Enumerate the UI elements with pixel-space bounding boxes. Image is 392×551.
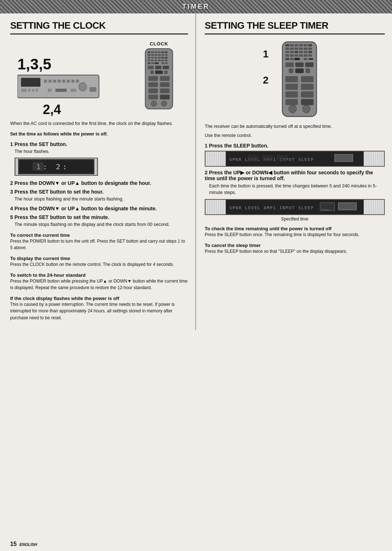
step-1-sub: The hour flashes. <box>15 148 188 155</box>
svg-rect-83 <box>290 51 294 53</box>
sleep-sub-section-cancel: To cancel the sleep timer Press the SLEE… <box>205 243 385 255</box>
svg-rect-22 <box>155 51 158 53</box>
svg-rect-62 <box>160 94 170 99</box>
svg-rect-43 <box>165 60 168 61</box>
svg-rect-2 <box>44 80 47 82</box>
sleep-step-2-title: 2 Press the UP▶ or DOWN◀ button within f… <box>205 170 385 181</box>
svg-rect-39 <box>151 60 154 61</box>
step-3: 3 Press the SET button to set the hour. … <box>10 189 188 203</box>
svg-rect-85 <box>299 51 303 53</box>
svg-rect-10 <box>21 89 26 92</box>
svg-rect-11 <box>28 89 30 92</box>
clock-remote-svg <box>135 48 183 110</box>
language-label: ENGLISH <box>19 542 37 547</box>
sub-section-flashes: If the clock display flashes while the p… <box>10 296 188 321</box>
header-bar: TIMER <box>0 0 392 13</box>
svg-rect-107 <box>285 84 298 90</box>
svg-rect-50 <box>155 66 162 69</box>
svg-rect-71 <box>290 44 294 46</box>
svg-point-114 <box>302 105 310 113</box>
svg-rect-59 <box>148 88 158 93</box>
svg-rect-103 <box>295 69 303 73</box>
svg-rect-46 <box>155 62 159 64</box>
footer: 15 ENGLISH <box>10 541 37 547</box>
svg-rect-32 <box>148 57 151 59</box>
sub-section-title-3: If the clock display flashes while the p… <box>10 296 188 301</box>
receiver-device <box>17 70 101 103</box>
svg-rect-42 <box>162 60 164 61</box>
svg-rect-97 <box>303 58 307 60</box>
svg-rect-41 <box>158 60 161 61</box>
svg-rect-93 <box>308 54 312 57</box>
sleep-display-2: SPKR LEVEL AMP1 INPUT SLEEP __ <box>205 199 385 215</box>
svg-rect-125 <box>338 203 356 210</box>
svg-rect-23 <box>158 51 161 53</box>
svg-rect-24 <box>162 51 164 53</box>
svg-rect-76 <box>285 48 289 50</box>
sleep-sub-title-1: To cancel the sleep timer <box>205 243 385 248</box>
svg-rect-55 <box>148 76 158 81</box>
svg-rect-57 <box>148 82 158 87</box>
sleep-remote-svg <box>272 41 327 117</box>
page-number: 15 <box>10 541 17 547</box>
svg-rect-7 <box>67 80 70 82</box>
svg-rect-35 <box>158 57 161 59</box>
svg-rect-89 <box>290 54 294 57</box>
step-1-title: 1 Press the SET button. <box>10 141 188 147</box>
sub-section-body-1: Press the CLOCK button on the remote con… <box>10 261 188 268</box>
sub-section-body-2: Press the POWER button while pressing th… <box>10 278 188 291</box>
svg-rect-51 <box>163 66 169 69</box>
svg-rect-21 <box>151 51 154 53</box>
sleep-step-numbers: 1 2 <box>263 41 269 101</box>
sleep-step-2-sub: Each time the button is pressed, the tim… <box>209 183 385 197</box>
svg-rect-56 <box>160 76 170 81</box>
svg-rect-119 <box>277 155 287 161</box>
svg-rect-82 <box>285 51 289 53</box>
sub-section-display-time: To display the current time Press the CL… <box>10 256 188 268</box>
step-3-sub: The hour stops flashing and the minute s… <box>15 196 188 203</box>
svg-rect-81 <box>308 48 312 50</box>
sleep-intro-1: The receiver can be automatically turned… <box>205 123 385 130</box>
svg-rect-4 <box>53 80 56 82</box>
svg-rect-120 <box>335 154 353 162</box>
svg-rect-73 <box>299 44 303 46</box>
svg-rect-28 <box>155 54 158 56</box>
sleep-step-1: 1 Press the SLEEP button. SPKR LEVEL AMP… <box>205 143 385 167</box>
step1-display: 1: 2: <box>15 158 98 176</box>
svg-rect-26 <box>148 54 151 56</box>
svg-rect-30 <box>162 54 164 56</box>
svg-rect-16 <box>70 89 76 92</box>
svg-point-63 <box>151 101 156 106</box>
intro-text-2: Set the time as follows while the power … <box>10 131 188 138</box>
svg-rect-20 <box>148 51 151 53</box>
main-content: SETTING THE CLOCK 1,3,5 <box>0 13 392 330</box>
clock-remote-wrap: CLOCK <box>130 41 188 110</box>
sub-section-body-3: This is caused by a power interruption. … <box>10 301 188 321</box>
svg-rect-108 <box>301 84 314 90</box>
sleep-step-1-title: 1 Press the SLEEP button. <box>205 143 385 149</box>
svg-rect-5 <box>58 80 61 82</box>
svg-rect-72 <box>294 44 298 46</box>
sleep-sub-title-0: To check the time remaining until the po… <box>205 226 385 231</box>
svg-rect-109 <box>285 92 298 98</box>
svg-rect-47 <box>162 62 164 64</box>
svg-rect-87 <box>308 51 312 53</box>
step-5-title: 5 Press the SET button to set the minute… <box>10 214 188 220</box>
clock-label: CLOCK <box>130 41 188 46</box>
svg-point-113 <box>289 105 296 113</box>
header-title: TIMER <box>0 3 392 11</box>
svg-rect-52 <box>150 70 154 74</box>
sleep-intro-2: Use the remote control. <box>205 132 385 139</box>
svg-rect-9 <box>76 80 79 82</box>
step-5: 5 Press the SET button to set the minute… <box>10 214 188 228</box>
svg-rect-54 <box>164 70 167 74</box>
step-2-title: 2 Press the DOWN▼ or UP▲ button to desig… <box>10 180 188 186</box>
svg-rect-112 <box>301 99 314 105</box>
svg-rect-29 <box>158 54 161 56</box>
step-4-title: 4 Press the DOWN▼ or UP▲ button to desig… <box>10 206 188 211</box>
step-1: 1 Press the SET button. The hour flashes… <box>10 141 188 176</box>
svg-rect-1 <box>21 78 40 86</box>
svg-rect-86 <box>303 51 307 53</box>
svg-rect-100 <box>295 62 303 67</box>
sleep-num-2: 2 <box>263 74 269 86</box>
